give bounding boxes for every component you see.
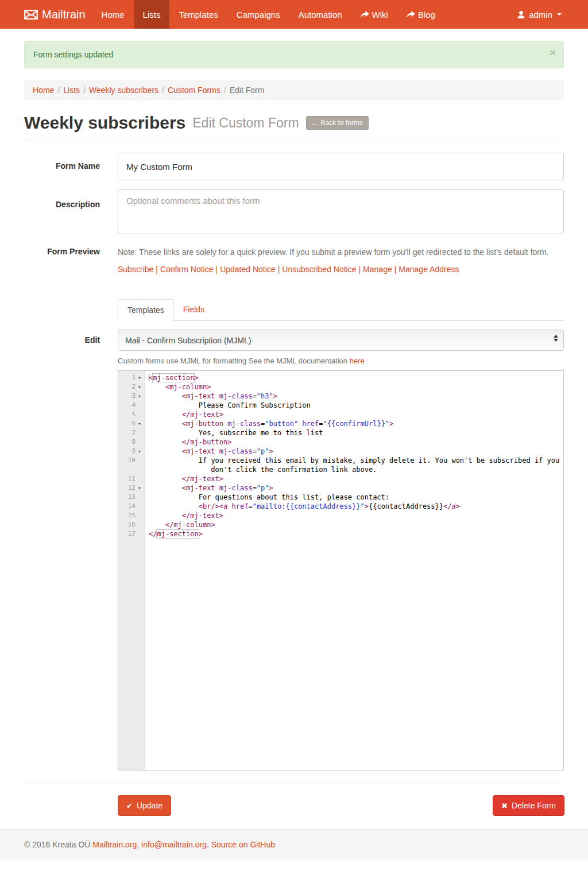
line-number: 14 — [128, 502, 136, 511]
nav-item-wiki[interactable]: Wiki — [351, 0, 397, 29]
code-line[interactable]: <mj-section> — [145, 373, 563, 382]
user-menu[interactable]: admin — [514, 0, 564, 29]
edit-label: Edit — [24, 330, 118, 770]
check-icon: ✔ — [126, 801, 133, 810]
breadcrumb-separator: / — [83, 86, 86, 95]
preview-note: Note: These links are solely for a quick… — [118, 247, 564, 257]
form-preview-label: Form Preview — [24, 245, 118, 274]
nav-item-blog[interactable]: Blog — [397, 0, 444, 29]
breadcrumb-link-list[interactable]: Weekly subscribers — [89, 86, 158, 95]
breadcrumb-link-home[interactable]: Home — [33, 86, 54, 95]
line-number: 9 — [131, 447, 136, 456]
footer-link-email[interactable]: info@mailtrain.org — [141, 840, 207, 849]
update-button[interactable]: ✔ Update — [118, 795, 171, 816]
page-footer: © 2016 Kreata OÜ Mailtrain.org, info@mai… — [0, 829, 588, 859]
alert-message: Form settings updated — [33, 50, 113, 59]
form-name-input[interactable] — [118, 153, 564, 180]
line-number: 6 — [131, 419, 136, 428]
delete-form-button[interactable]: ✖ Delete Form — [493, 795, 564, 816]
code-line[interactable]: <mj-column> — [145, 382, 563, 392]
line-number: 3 — [131, 392, 136, 401]
mjml-doc-link[interactable]: here — [350, 357, 365, 365]
code-editor[interactable]: 1▾<mj-section>2▾ <mj-column>3▾ <mj-text … — [118, 370, 564, 770]
nav-item-lists[interactable]: Lists — [134, 0, 170, 29]
code-line[interactable]: </mj-text> — [145, 474, 563, 483]
nav-item-campaigns[interactable]: Campaigns — [227, 0, 289, 29]
code-line[interactable]: <br/><a href="mailto:{{contactAddress}}"… — [145, 502, 563, 511]
brand-logo[interactable]: Mailtrain — [24, 0, 92, 29]
envelope-icon — [24, 10, 38, 20]
line-number: 7 — [131, 428, 136, 437]
preview-link-subscribe[interactable]: Subscribe — [118, 265, 153, 274]
tab-templates[interactable]: Templates — [118, 299, 174, 321]
fold-arrow-icon[interactable]: ▾ — [136, 392, 144, 401]
template-select[interactable]: Mail - Confirm Subscription (MJML) — [118, 330, 564, 351]
preview-link-unsubscribed-notice[interactable]: Unsubscribed Notice — [282, 265, 356, 274]
nav-item-home[interactable]: Home — [92, 0, 134, 29]
preview-link-manage-address[interactable]: Manage Address — [399, 265, 459, 274]
line-number: 17 — [128, 529, 136, 539]
description-row: Description — [24, 189, 564, 236]
fold-arrow-icon[interactable]: ▾ — [136, 447, 144, 456]
code-line[interactable]: </mj-column> — [145, 520, 563, 529]
breadcrumb-separator: / — [224, 86, 226, 95]
nav-item-automation[interactable]: Automation — [289, 0, 351, 29]
link-separator: | — [394, 265, 397, 274]
fold-arrow-icon[interactable]: ▾ — [136, 419, 144, 428]
preview-link-confirm-notice[interactable]: Confirm Notice — [160, 265, 214, 274]
fold-arrow-icon[interactable]: ▾ — [136, 382, 144, 392]
form-name-label: Form Name — [24, 153, 118, 180]
code-line[interactable]: <mj-button mj-class="button" href="{{con… — [145, 419, 563, 428]
code-line[interactable]: </mj-text> — [145, 410, 563, 419]
user-name: admin — [529, 10, 552, 20]
preview-link-manage[interactable]: Manage — [363, 265, 392, 274]
code-line[interactable]: <mj-text mj-class="p"> — [145, 483, 563, 493]
code-line-row: 14 <br/><a href="mailto:{{contactAddress… — [118, 502, 563, 511]
breadcrumb-current: Edit Form — [230, 86, 265, 95]
brand-name: Mailtrain — [42, 8, 86, 21]
description-label: Description — [24, 189, 118, 236]
code-line-row: 17</mj-section> — [118, 529, 563, 539]
page-header: Weekly subscribers Edit Custom Form ← Ba… — [24, 113, 564, 133]
code-line[interactable]: For questions about this list, please co… — [145, 493, 563, 502]
code-line[interactable]: </mj-text> — [145, 511, 563, 520]
code-line[interactable]: <mj-text mj-class="p"> — [145, 447, 563, 456]
breadcrumb-link-custom-forms[interactable]: Custom Forms — [168, 86, 220, 95]
line-number: 16 — [128, 520, 136, 529]
alert-close-button[interactable]: × — [550, 48, 556, 58]
nav-item-templates[interactable]: Templates — [169, 0, 227, 29]
main-nav: Home Lists Templates Campaigns Automatio… — [92, 0, 444, 29]
description-textarea[interactable] — [118, 189, 564, 234]
success-alert: Form settings updated × — [24, 41, 564, 68]
line-number: 11 — [128, 474, 136, 483]
code-line-row: 15 </mj-text> — [118, 511, 563, 520]
line-number: 1 — [131, 373, 136, 382]
code-line[interactable]: </mj-section> — [145, 529, 563, 539]
code-line[interactable]: Please Confirm Subscription — [145, 401, 563, 410]
tab-fields[interactable]: Fields — [174, 299, 214, 321]
code-line-row: 12▾ <mj-text mj-class="p"> — [118, 483, 563, 493]
line-number: 10 — [128, 456, 136, 465]
top-navbar: Mailtrain Home Lists Templates Campaigns… — [0, 0, 588, 29]
edit-row: Edit Mail - Confirm Subscription (MJML) … — [24, 330, 564, 770]
line-number: 15 — [128, 511, 136, 520]
form-name-row: Form Name — [24, 153, 564, 180]
footer-link-mailtrain[interactable]: Mailtrain.org — [92, 840, 137, 849]
link-separator: | — [216, 265, 218, 274]
template-select-value: Mail - Confirm Subscription (MJML) — [125, 336, 251, 345]
footer-link-github[interactable]: Source on GitHub — [211, 840, 275, 849]
fold-arrow-icon[interactable]: ▾ — [136, 483, 144, 493]
back-to-forms-button[interactable]: ← Back to forms — [306, 116, 369, 130]
line-number: 8 — [131, 437, 136, 447]
breadcrumb-link-lists[interactable]: Lists — [63, 86, 80, 95]
header-divider — [24, 141, 564, 141]
code-line[interactable]: Yes, subscribe me to this list — [145, 428, 563, 437]
code-line[interactable]: </mj-button> — [145, 437, 563, 447]
preview-link-updated-notice[interactable]: Updated Notice — [220, 265, 276, 274]
code-line[interactable]: <mj-text mj-class="h3"> — [145, 392, 563, 401]
mjml-help: Custom forms use MJML for formatting See… — [118, 357, 564, 365]
actions-row: ✔ Update ✖ Delete Form — [118, 795, 564, 816]
code-line[interactable]: If you received this email by mistake, s… — [145, 456, 563, 474]
code-line-row: 6▾ <mj-button mj-class="button" href="{{… — [118, 419, 563, 428]
fold-arrow-icon[interactable]: ▾ — [136, 373, 144, 382]
